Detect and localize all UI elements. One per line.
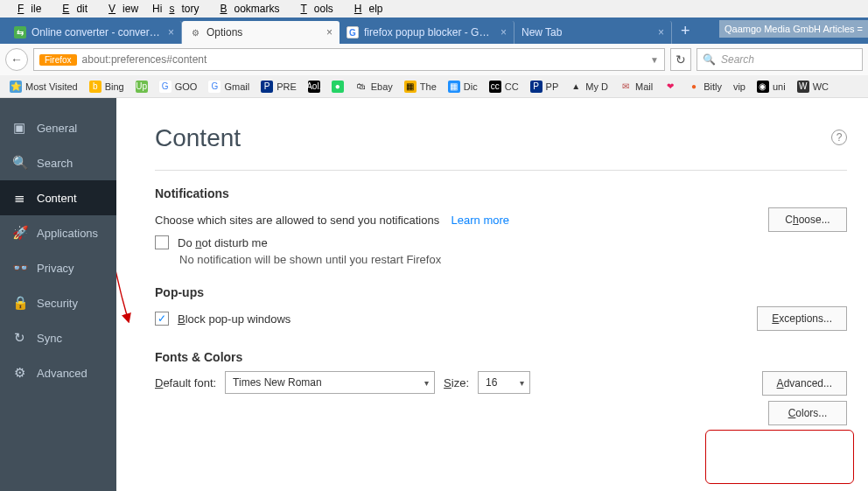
url-text: about:preferences#content: [82, 53, 646, 66]
bookmark-icon: G: [208, 81, 220, 93]
menu-edit[interactable]: Edit: [48, 1, 94, 17]
section-heading: Fonts & Colors: [155, 350, 847, 364]
divider: [155, 170, 847, 171]
bookmark-label: Dic: [464, 81, 478, 92]
bookmark-icon: Up: [136, 81, 148, 93]
overlay-banner: Qaamgo Media GmbH Articles =: [719, 20, 868, 38]
sidebar-label: Advanced: [37, 367, 88, 380]
sidebar-icon: ↻: [12, 330, 26, 346]
sidebar-item-security[interactable]: 🔒Security: [0, 285, 116, 320]
sidebar-label: Content: [37, 192, 77, 205]
bookmark-item[interactable]: ⭐Most Visited: [5, 79, 82, 95]
bookmark-label: CC: [505, 81, 519, 92]
bookmark-label: Most Visited: [25, 81, 78, 92]
reload-button[interactable]: ↻: [670, 48, 691, 71]
bookmark-item[interactable]: WWC: [793, 79, 833, 95]
dropdown-icon[interactable]: ▼: [650, 55, 659, 65]
tab-1[interactable]: ⚙ Options ×: [182, 21, 340, 44]
section-popups: Pop-ups ✓ Block pop-up windows Exception…: [155, 285, 847, 331]
bookmark-icon: Aol.: [308, 81, 320, 93]
search-icon: 🔍: [703, 53, 716, 66]
bookmark-label: Gmail: [224, 81, 249, 92]
bookmark-item[interactable]: ●: [327, 79, 348, 95]
sidebar-icon: 🔒: [12, 295, 26, 311]
bookmark-item[interactable]: ▦The: [400, 79, 441, 95]
search-bar[interactable]: 🔍 Search: [696, 48, 863, 71]
sidebar: ▣General🔍Search≣Content🚀Applications👓Pri…: [0, 98, 116, 491]
font-select[interactable]: Times New Roman: [225, 371, 435, 394]
bookmark-icon: cc: [489, 81, 501, 93]
content-pane: ? Content Notifications Choose which sit…: [116, 98, 868, 491]
colors-button[interactable]: Colors...: [768, 401, 847, 425]
tab-strip: ⇆ Online converter - convert ... × ⚙ Opt…: [0, 18, 868, 44]
bookmark-item[interactable]: ▲My D: [565, 79, 612, 95]
size-select[interactable]: 16: [478, 371, 530, 394]
bookmark-icon: ◉: [757, 81, 769, 93]
menu-bookmarks[interactable]: Bookmarks: [206, 1, 286, 17]
exceptions-button[interactable]: Exceptions...: [757, 306, 847, 331]
tab-2[interactable]: G firefox popup blocker - Goo... ×: [340, 21, 514, 44]
bookmark-item[interactable]: ▦Dic: [444, 79, 482, 95]
sidebar-item-applications[interactable]: 🚀Applications: [0, 215, 116, 250]
sidebar-label: Sync: [37, 332, 62, 345]
choose-button[interactable]: Choose...: [768, 207, 847, 232]
url-bar[interactable]: Firefox about:preferences#content ▼: [33, 48, 665, 71]
menu-history[interactable]: History: [145, 1, 206, 17]
menu-tools[interactable]: Tools: [286, 1, 340, 17]
section-notifications: Notifications Choose which sites are all…: [155, 186, 847, 266]
section-heading: Notifications: [155, 186, 847, 200]
bookmark-item[interactable]: GGOO: [155, 79, 202, 95]
bookmark-item[interactable]: 🛍Ebay: [351, 79, 397, 95]
bookmark-item[interactable]: Aol.: [304, 79, 325, 95]
sidebar-item-content[interactable]: ≣Content: [0, 180, 116, 215]
favicon: ⇆: [14, 26, 26, 39]
block-popups-checkbox[interactable]: ✓: [155, 312, 169, 326]
close-icon[interactable]: ×: [500, 26, 507, 39]
main-split: ▣General🔍Search≣Content🚀Applications👓Pri…: [0, 98, 868, 491]
section-fonts: Fonts & Colors Default font: Times New R…: [155, 350, 847, 425]
new-tab-button[interactable]: +: [672, 22, 699, 40]
gear-icon: ⚙: [189, 26, 201, 39]
bookmark-label: Bitly: [704, 81, 722, 92]
sidebar-item-search[interactable]: 🔍Search: [0, 145, 116, 180]
bookmark-item[interactable]: vip: [729, 80, 750, 94]
bookmark-item[interactable]: GGmail: [204, 79, 254, 95]
sidebar-label: Applications: [37, 227, 98, 240]
tab-0[interactable]: ⇆ Online converter - convert ... ×: [7, 21, 182, 44]
bookmark-item[interactable]: ✉Mail: [615, 79, 657, 95]
advanced-button[interactable]: Advanced...: [762, 371, 847, 396]
tab-label: Online converter - convert ...: [32, 26, 163, 39]
sidebar-item-general[interactable]: ▣General: [0, 110, 116, 145]
tab-3[interactable]: New Tab ×: [514, 21, 672, 44]
menu-help[interactable]: Help: [340, 1, 390, 17]
bookmark-item[interactable]: ❤: [660, 79, 681, 95]
close-icon[interactable]: ×: [168, 26, 174, 39]
sidebar-icon: 🚀: [12, 225, 26, 241]
bookmark-item[interactable]: bBing: [85, 79, 129, 95]
bookmark-icon: ●: [332, 81, 344, 93]
bookmark-item[interactable]: ◉uni: [752, 79, 790, 95]
sidebar-item-sync[interactable]: ↻Sync: [0, 320, 116, 355]
menu-view[interactable]: View: [94, 1, 145, 17]
sidebar-item-privacy[interactable]: 👓Privacy: [0, 250, 116, 285]
bookmark-icon: W: [797, 81, 809, 93]
bookmark-icon: ▦: [404, 81, 416, 93]
dnd-checkbox[interactable]: [155, 235, 169, 249]
bookmark-item[interactable]: ccCC: [485, 79, 523, 95]
bookmark-icon: ✉: [620, 81, 632, 93]
bookmark-item[interactable]: Up: [131, 79, 152, 95]
menu-file[interactable]: File: [4, 1, 48, 17]
help-icon[interactable]: ?: [831, 130, 847, 145]
bookmark-item[interactable]: PPP: [526, 79, 564, 95]
back-button[interactable]: ←: [5, 48, 28, 71]
sidebar-icon: ▣: [12, 120, 26, 136]
bookmark-item[interactable]: ●Bitly: [683, 79, 726, 95]
close-icon[interactable]: ×: [658, 26, 664, 39]
sidebar-label: Privacy: [37, 262, 74, 275]
bookmark-item[interactable]: PPRE: [256, 79, 301, 95]
bookmark-icon: ⭐: [10, 81, 22, 93]
bookmark-label: Ebay: [371, 81, 393, 92]
learn-more-link[interactable]: Learn more: [452, 214, 509, 227]
sidebar-item-advanced[interactable]: ⚙Advanced: [0, 355, 116, 390]
close-icon[interactable]: ×: [326, 26, 332, 39]
